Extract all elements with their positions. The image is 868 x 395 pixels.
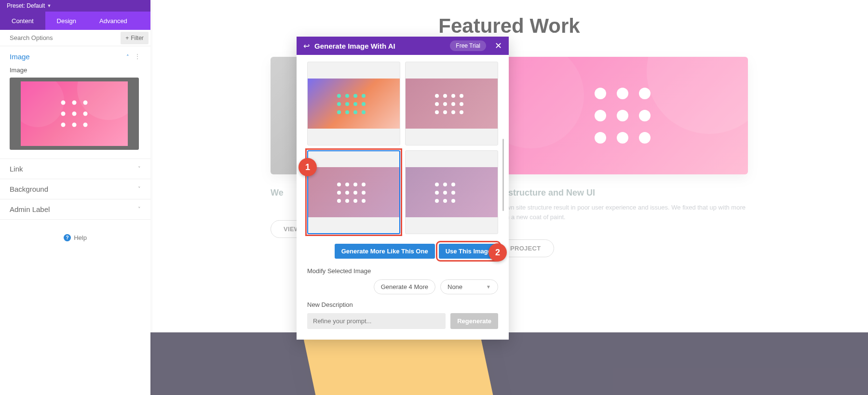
modal-title: Generate Image With AI [314,42,445,50]
chevron-down-icon: ˅ [138,206,141,212]
settings-sidebar: Preset: Default ▼ Content Design Advance… [0,0,150,395]
plus-icon: + [125,35,129,41]
chevron-down-icon: ▼ [47,3,51,8]
section-background-title: Background [10,185,48,193]
regenerate-button[interactable]: Regenerate [450,313,498,329]
section-image-title: Image [10,53,30,61]
help-link[interactable]: ? Help [0,220,150,241]
generated-image-3[interactable] [307,150,400,234]
section-background: Background ˅ [0,179,150,199]
card-2: Restructure and New UI grown site struct… [497,57,748,257]
chevron-down-icon: ˅ [138,166,141,172]
section-admin-label-header[interactable]: Admin Label ˅ [0,199,150,219]
modify-select[interactable]: None ▼ [440,279,498,294]
chevron-up-icon: ˄ [126,54,129,60]
filter-button[interactable]: + Filter [121,32,149,44]
page-title: Featured Work [150,14,868,38]
card-2-image [497,57,748,174]
modify-select-value: None [448,283,462,290]
kebab-icon[interactable]: ⋮ [134,53,141,60]
action-row: 2 Generate More Like This One Use This I… [307,244,498,259]
modify-row: Generate 4 More None ▼ [307,279,498,294]
section-link-header[interactable]: Link ˅ [0,159,150,179]
section-background-header[interactable]: Background ˅ [0,179,150,199]
new-description-label: New Description [307,301,498,308]
search-row: + Filter [0,30,150,46]
section-image-header[interactable]: Image ˄ ⋮ [0,46,150,66]
image-field-label: Image [10,66,141,74]
generated-grid: 1 [307,62,498,234]
help-icon: ? [64,234,71,241]
card-2-title: Restructure and New UI [497,188,748,198]
generate-4-more-button[interactable]: Generate 4 More [374,279,435,294]
generated-image-4[interactable] [405,150,498,234]
footer-strip [150,332,868,395]
cards-row: We VIEW Restructure and New UI grown sit… [150,57,868,257]
modal-body: 1 2 Generate More Like This One Use This… [297,55,509,340]
back-arrow-icon[interactable]: ↩ [303,41,310,51]
tab-content[interactable]: Content [0,12,45,30]
modal-header: ↩ Generate Image With AI Free Trial ✕ [297,37,509,55]
close-icon[interactable]: ✕ [495,40,502,51]
trial-badge[interactable]: Free Trial [450,40,486,51]
tab-design[interactable]: Design [45,12,88,30]
chevron-down-icon: ˅ [138,186,141,192]
section-admin-label-title: Admin Label [10,205,50,213]
callout-2: 2 [488,243,507,262]
help-label: Help [74,234,87,241]
image-field-body: Image [0,66,150,158]
scroll-track [502,62,504,234]
preset-bar[interactable]: Preset: Default ▼ [0,0,150,12]
generated-image-2[interactable] [405,62,498,145]
prompt-input[interactable] [307,313,446,329]
modify-label: Modify Selected Image [307,267,498,275]
section-image: Image ˄ ⋮ Image [0,46,150,159]
section-link-title: Link [10,165,23,173]
tab-advanced[interactable]: Advanced [88,12,139,30]
preset-label: Preset: Default [7,2,45,9]
card-2-text: grown site structure result in poor user… [497,203,748,222]
ai-generate-modal: ↩ Generate Image With AI Free Trial ✕ 1 … [297,37,509,340]
scroll-thumb[interactable] [502,139,504,211]
image-thumbnail[interactable] [10,78,139,150]
section-link: Link ˅ [0,159,150,179]
generated-image-1[interactable] [307,62,400,145]
section-admin-label: Admin Label ˅ [0,199,150,220]
search-input[interactable] [0,34,121,41]
callout-1: 1 [298,158,317,176]
sidebar-tabs: Content Design Advanced [0,12,150,30]
prompt-row: Regenerate [307,313,498,329]
page-canvas: Featured Work We VIEW Restructure and Ne… [150,0,868,395]
filter-label: Filter [131,35,144,41]
generate-more-button[interactable]: Generate More Like This One [335,244,435,259]
chevron-down-icon: ▼ [486,284,491,290]
